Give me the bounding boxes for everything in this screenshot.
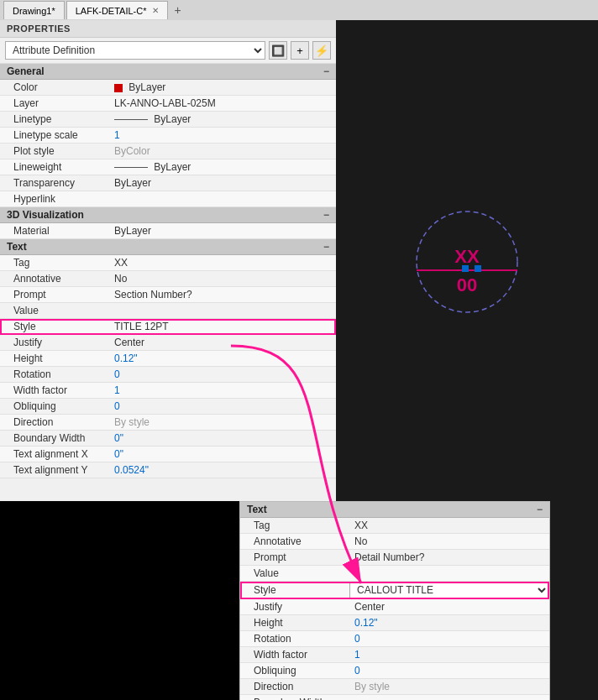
circle-svg: XX 00 bbox=[404, 199, 530, 325]
prop2-style-label: Style bbox=[240, 582, 349, 598]
prop2-height-label: Height bbox=[240, 615, 349, 630]
section-text[interactable]: Text − bbox=[0, 239, 336, 255]
canvas-area: XX 00 bbox=[336, 20, 598, 504]
prop-text-align-y-value: 0.0524" bbox=[109, 462, 336, 478]
tab-bar: Drawing1* LAFK-DETAIL-C* ✕ + bbox=[0, 0, 598, 20]
prop-obliquing-value: 0 bbox=[109, 399, 336, 414]
prop2-value: Value bbox=[240, 566, 549, 582]
prop-text-align-x-label: Text alignment X bbox=[0, 447, 109, 462]
prop2-height: Height 0.12" bbox=[240, 615, 549, 631]
prop-height: Height 0.12" bbox=[0, 351, 336, 367]
prop-plot-style: Plot style ByColor bbox=[0, 144, 336, 159]
prop-direction: Direction By style bbox=[0, 415, 336, 431]
prop2-justify: Justify Center bbox=[240, 599, 549, 615]
prop2-obliquing-value: 0 bbox=[349, 663, 549, 678]
prop2-value-val bbox=[349, 572, 549, 575]
lineweight-dash-icon bbox=[114, 167, 148, 168]
prop-lineweight: Lineweight ByLayer bbox=[0, 159, 336, 175]
prop-layer-label: Layer bbox=[0, 96, 109, 111]
prop-material-value: ByLayer bbox=[109, 223, 336, 238]
prop2-prompt: Prompt Detail Number? bbox=[240, 550, 549, 566]
prop-obliquing-label: Obliquing bbox=[0, 399, 109, 414]
color-indicator bbox=[114, 84, 123, 92]
prop-prompt: Prompt Section Number? bbox=[0, 287, 336, 303]
section-3dviz[interactable]: 3D Visualization − bbox=[0, 207, 336, 223]
tab-lafk[interactable]: LAFK-DETAIL-C* ✕ bbox=[66, 1, 168, 19]
prop-linetype-value: ByLayer bbox=[109, 112, 336, 127]
prop-value-label: Value bbox=[0, 303, 109, 318]
tab-drawing1-label: Drawing1* bbox=[13, 6, 55, 16]
prop-prompt-label: Prompt bbox=[0, 287, 109, 302]
prop2-tag-value: XX bbox=[349, 518, 549, 533]
tab-lafk-label: LAFK-DETAIL-C* bbox=[76, 6, 147, 16]
prop-lineweight-value: ByLayer bbox=[109, 159, 336, 175]
new-tab-button[interactable]: + bbox=[170, 2, 186, 18]
panel-header: PROPERTIES bbox=[0, 20, 336, 38]
prop2-width-factor-label: Width factor bbox=[240, 647, 349, 662]
prop-boundary-width: Boundary Width 0" bbox=[0, 431, 336, 447]
collapse-general-icon: − bbox=[323, 65, 329, 77]
prop-justify-label: Justify bbox=[0, 335, 109, 350]
prop-style-value: TITLE 12PT bbox=[109, 319, 336, 334]
prop2-boundary-width-label: Boundary Width bbox=[240, 695, 349, 700]
section-text-2[interactable]: Text − bbox=[240, 502, 549, 518]
prop-color-value: ByLayer bbox=[109, 80, 336, 95]
prop-linetype: Linetype ByLayer bbox=[0, 112, 336, 128]
section-text-label: Text bbox=[7, 241, 27, 253]
linetype-dash-icon bbox=[114, 119, 148, 120]
svg-text:00: 00 bbox=[457, 274, 477, 295]
prop-height-value: 0.12" bbox=[109, 351, 336, 366]
prop-hyperlink: Hyperlink bbox=[0, 191, 336, 207]
black-area bbox=[0, 501, 239, 700]
prop-width-factor-value: 1 bbox=[109, 383, 336, 398]
prop-obliquing: Obliquing 0 bbox=[0, 399, 336, 415]
collapse-text-icon: − bbox=[323, 241, 329, 253]
prop-tag-value: XX bbox=[109, 255, 336, 270]
tab-lafk-close[interactable]: ✕ bbox=[152, 6, 159, 15]
prop2-height-value: 0.12" bbox=[349, 615, 549, 630]
prop2-obliquing: Obliquing 0 bbox=[240, 663, 549, 679]
prop-transparency-value: ByLayer bbox=[109, 175, 336, 191]
prop-direction-label: Direction bbox=[0, 415, 109, 430]
prop-linetype-scale-label: Linetype scale bbox=[0, 128, 109, 143]
toolbar-btn-add[interactable]: 🔲 bbox=[269, 41, 287, 60]
object-type-select[interactable]: Attribute Definition bbox=[5, 41, 265, 60]
collapse-3dviz-icon: − bbox=[323, 209, 329, 221]
prop-transparency: Transparency ByLayer bbox=[0, 175, 336, 191]
properties-panel: PROPERTIES Attribute Definition 🔲 + ⚡ Ge… bbox=[0, 20, 336, 524]
prop2-style-select[interactable]: CALLOUT TITLE bbox=[349, 582, 549, 598]
prop2-width-factor: Width factor 1 bbox=[240, 647, 549, 663]
prop-color: Color ByLayer bbox=[0, 80, 336, 96]
prop2-prompt-label: Prompt bbox=[240, 550, 349, 565]
prop-rotation-value: 0 bbox=[109, 367, 336, 382]
svg-text:XX: XX bbox=[454, 246, 480, 267]
prop2-annotative-label: Annotative bbox=[240, 534, 349, 549]
dropdown-row: Attribute Definition 🔲 + ⚡ bbox=[0, 38, 336, 64]
section-general[interactable]: General − bbox=[0, 64, 336, 80]
prop-boundary-width-label: Boundary Width bbox=[0, 431, 109, 446]
toolbar-btn-quick[interactable]: ⚡ bbox=[312, 41, 331, 60]
properties-panel-2: Text − Tag XX Annotative No Prompt Detai… bbox=[239, 501, 550, 700]
prop2-justify-value: Center bbox=[349, 599, 549, 614]
prop-style-label: Style bbox=[0, 319, 109, 334]
prop-layer-value: LK-ANNO-LABL-025M bbox=[109, 96, 336, 111]
prop-height-label: Height bbox=[0, 351, 109, 366]
prop-transparency-label: Transparency bbox=[0, 175, 109, 191]
tab-drawing1[interactable]: Drawing1* bbox=[3, 1, 65, 19]
prop-plot-style-label: Plot style bbox=[0, 144, 109, 159]
prop-plot-style-value: ByColor bbox=[109, 144, 336, 159]
prop2-tag: Tag XX bbox=[240, 518, 549, 534]
prop-material-label: Material bbox=[0, 223, 109, 238]
prop2-rotation-value: 0 bbox=[349, 631, 549, 646]
prop-annotative-label: Annotative bbox=[0, 271, 109, 286]
prop2-direction: Direction By style bbox=[240, 679, 549, 695]
prop2-direction-value: By style bbox=[349, 679, 549, 694]
section-text-2-label: Text bbox=[247, 504, 267, 515]
prop-color-label: Color bbox=[0, 80, 109, 95]
prop-hyperlink-label: Hyperlink bbox=[0, 191, 109, 206]
prop-tag: Tag XX bbox=[0, 255, 336, 271]
collapse-text-2-icon: − bbox=[537, 504, 543, 515]
circle-drawing: XX 00 bbox=[404, 199, 530, 325]
prop-annotative: Annotative No bbox=[0, 271, 336, 287]
toolbar-btn-plus[interactable]: + bbox=[291, 41, 309, 60]
